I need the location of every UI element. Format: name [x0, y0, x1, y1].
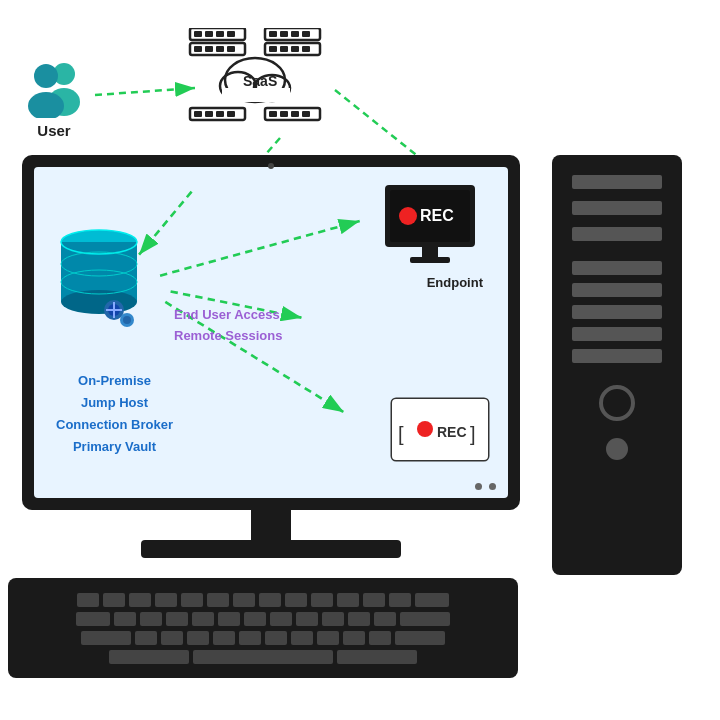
svg-rect-40: [269, 111, 277, 117]
svg-rect-38: [227, 111, 235, 117]
monitor-stand: [22, 510, 520, 558]
svg-rect-43: [302, 111, 310, 117]
scene: User SaaS: [0, 0, 720, 720]
svg-point-7: [34, 64, 58, 88]
svg-rect-41: [280, 111, 288, 117]
svg-rect-26: [280, 31, 288, 37]
monitor-bezel: REC [ REC ]: [22, 155, 520, 510]
user-icon: [18, 58, 90, 118]
tower-pc: [552, 155, 682, 575]
svg-rect-13: [227, 31, 235, 37]
svg-point-70: [417, 421, 433, 437]
svg-text:[: [: [398, 423, 404, 445]
svg-rect-25: [269, 31, 277, 37]
saas-group: SaaS: [180, 28, 330, 138]
rec-box-icon: [ REC ]: [390, 397, 490, 466]
tower-slot-1: [572, 175, 662, 189]
svg-rect-15: [194, 46, 202, 52]
tower-slot-6: [572, 305, 662, 319]
tower-slot-8: [572, 349, 662, 363]
svg-rect-18: [227, 46, 235, 52]
label-endpoint: Endpoint: [427, 275, 483, 290]
svg-rect-42: [291, 111, 299, 117]
tower-slot-2: [572, 201, 662, 215]
monitor-screen: REC [ REC ]: [34, 167, 508, 498]
keyboard: [8, 578, 518, 678]
svg-rect-17: [216, 46, 224, 52]
tower-circle-2: [606, 438, 628, 460]
svg-text:]: ]: [470, 423, 476, 445]
svg-rect-65: [422, 247, 438, 257]
monitor: REC [ REC ]: [22, 155, 520, 545]
tower-slot-3: [572, 227, 662, 241]
svg-rect-33: [302, 46, 310, 52]
svg-rect-32: [291, 46, 299, 52]
svg-rect-27: [291, 31, 299, 37]
svg-text:REC: REC: [420, 207, 454, 224]
tower-slot-7: [572, 327, 662, 341]
tower-circle-1: [599, 385, 635, 421]
svg-point-63: [399, 207, 417, 225]
svg-rect-12: [216, 31, 224, 37]
svg-rect-66: [410, 257, 450, 263]
svg-rect-10: [194, 31, 202, 37]
svg-rect-28: [302, 31, 310, 37]
tower-slot-5: [572, 283, 662, 297]
user-label: User: [37, 122, 70, 139]
svg-rect-22: [222, 88, 290, 102]
svg-rect-37: [216, 111, 224, 117]
endpoint-monitor-icon: REC: [380, 185, 480, 274]
svg-line-45: [160, 221, 360, 276]
svg-rect-36: [205, 111, 213, 117]
svg-rect-35: [194, 111, 202, 117]
user-group: User: [18, 58, 90, 139]
svg-rect-30: [269, 46, 277, 52]
svg-rect-16: [205, 46, 213, 52]
svg-rect-11: [205, 31, 213, 37]
label-on-premise: On-Premise Jump Host Connection Broker P…: [56, 370, 173, 458]
svg-rect-31: [280, 46, 288, 52]
tower-slot-4: [572, 261, 662, 275]
svg-point-60: [123, 316, 131, 324]
label-end-user-access: End User Access Remote Sessions: [174, 305, 282, 347]
svg-text:SaaS: SaaS: [243, 73, 277, 89]
database-icon: [52, 222, 147, 331]
svg-text:REC: REC: [437, 424, 467, 440]
saas-icon: SaaS: [180, 28, 330, 138]
